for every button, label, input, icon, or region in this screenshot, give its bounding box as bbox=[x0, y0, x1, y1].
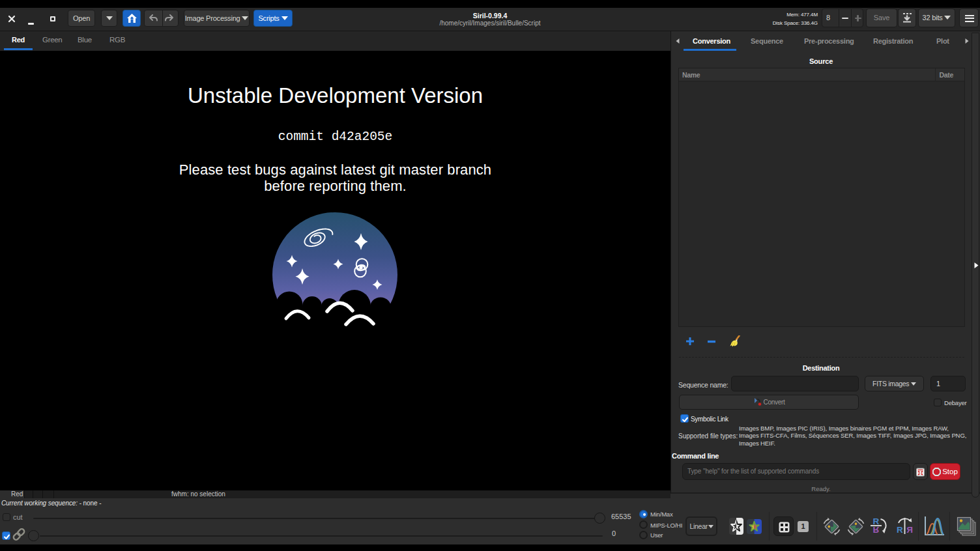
svg-text:R: R bbox=[906, 525, 913, 535]
svg-text:R: R bbox=[873, 516, 880, 526]
svg-text:R: R bbox=[897, 525, 903, 535]
svg-text:R: R bbox=[873, 525, 880, 535]
